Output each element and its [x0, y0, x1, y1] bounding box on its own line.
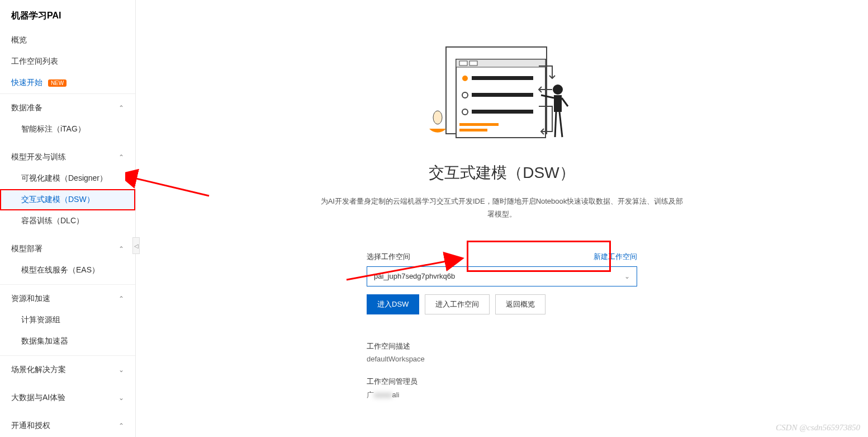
nav-sub-label: 容器训练（DLC） — [21, 216, 84, 225]
nav-sub-label: 交互式建模（DSW） — [21, 195, 94, 204]
enter-workspace-button[interactable]: 进入工作空间 — [425, 294, 490, 314]
nav-section-header-auth[interactable]: 开通和授权 ⌃ — [0, 415, 135, 436]
svg-line-17 — [555, 112, 556, 137]
nav-sub-label: 计算资源组 — [21, 315, 60, 324]
nav-section-header-model-dev[interactable]: 模型开发与训练 ⌃ — [0, 147, 135, 168]
sidebar: 机器学习PAI 概览 工作空间列表 快速开始 NEW 数据准备 ⌃ 智能标注（i… — [0, 0, 136, 437]
chevron-up-icon: ⌃ — [118, 295, 124, 303]
svg-rect-8 — [472, 93, 533, 97]
nav-section-data-prep: 数据准备 ⌃ 智能标注（iTAG） — [0, 93, 135, 143]
workspace-form: 选择工作空间 新建工作空间 pai_juph7sedg7phvrkq6b ⌄ 进… — [367, 252, 637, 413]
nav-section-label: 数据准备 — [11, 103, 42, 113]
workspace-admin-value: 广xxxxxali — [367, 390, 637, 400]
page-description: 为AI开发者量身定制的云端机器学习交互式开发IDE，随时随地开启Notebook… — [320, 195, 684, 221]
nav-section-label: 模型部署 — [11, 244, 42, 254]
nav-sub-label: 可视化建模（Designer） — [21, 173, 107, 182]
nav-workspace-list[interactable]: 工作空间列表 — [0, 51, 135, 72]
workspace-admin-block: 工作空间管理员 广xxxxxali — [367, 377, 637, 400]
nav-sub-label: 模型在线服务（EAS） — [21, 265, 99, 274]
workspace-desc-block: 工作空间描述 defaultWorkspace — [367, 341, 637, 363]
chevron-up-icon: ⌃ — [118, 422, 124, 430]
nav-section-label: 资源和加速 — [11, 294, 50, 304]
main-content: 交互式建模（DSW） 为AI开发者量身定制的云端机器学习交互式开发IDE，随时随… — [136, 0, 868, 437]
nav-item-dlc[interactable]: 容器训练（DLC） — [0, 210, 135, 232]
sidebar-title: 机器学习PAI — [0, 0, 135, 30]
svg-point-5 — [462, 76, 468, 81]
new-workspace-link[interactable]: 新建工作空间 — [594, 252, 637, 262]
nav-item-compute-resource[interactable]: 计算资源组 — [0, 309, 135, 331]
nav-overview[interactable]: 概览 — [0, 30, 135, 51]
chevron-up-icon: ⌃ — [118, 153, 124, 161]
nav-label: 快速开始 — [11, 78, 42, 87]
nav-section-label: 模型开发与训练 — [11, 152, 66, 162]
nav-section-model-deploy: 模型部署 ⌃ 模型在线服务（EAS） — [0, 235, 135, 284]
nav-section-label: 大数据与AI体验 — [11, 393, 65, 403]
workspace-desc-label: 工作空间描述 — [367, 341, 637, 351]
svg-rect-14 — [554, 95, 562, 112]
nav-section-label: 开通和授权 — [11, 421, 50, 431]
workspace-admin-label: 工作空间管理员 — [367, 377, 637, 387]
svg-point-13 — [553, 84, 563, 95]
enter-dsw-button[interactable]: 进入DSW — [367, 294, 419, 314]
nav-section-header-scenario[interactable]: 场景化解决方案 ⌄ — [0, 359, 135, 380]
nav-sub-label: 智能标注（iTAG） — [21, 124, 86, 133]
chevron-down-icon: ⌄ — [624, 272, 630, 280]
chevron-up-icon: ⌃ — [118, 245, 124, 253]
page-title: 交互式建模（DSW） — [429, 162, 575, 184]
nav-section-model-dev: 模型开发与训练 ⌃ 可视化建模（Designer） 交互式建模（DSW） 容器训… — [0, 143, 135, 235]
nav-sub-label: 数据集加速器 — [21, 336, 68, 345]
svg-rect-12 — [459, 129, 487, 131]
svg-rect-3 — [459, 61, 467, 65]
new-badge: NEW — [48, 79, 67, 87]
nav-section-header-model-deploy[interactable]: 模型部署 ⌃ — [0, 238, 135, 260]
nav-section-label: 场景化解决方案 — [11, 365, 66, 375]
svg-point-19 — [433, 111, 442, 124]
back-overview-button[interactable]: 返回概览 — [495, 294, 546, 314]
nav-item-eas[interactable]: 模型在线服务（EAS） — [0, 260, 135, 281]
nav-section-header-bigdata[interactable]: 大数据与AI体验 ⌄ — [0, 387, 135, 408]
nav-section-auth: 开通和授权 ⌃ 角色及权限列表 全部云产品依赖 — [0, 412, 135, 437]
illustration-dsw — [429, 39, 575, 145]
chevron-down-icon: ⌄ — [118, 394, 124, 402]
svg-line-18 — [559, 112, 562, 137]
nav-section-bigdata: 大数据与AI体验 ⌄ — [0, 384, 135, 412]
nav-label: 概览 — [11, 35, 27, 45]
workspace-select-label: 选择工作空间 — [367, 252, 410, 262]
svg-line-16 — [562, 98, 568, 106]
nav-quick-start[interactable]: 快速开始 NEW — [0, 72, 135, 93]
svg-rect-11 — [459, 123, 499, 126]
svg-rect-6 — [472, 76, 533, 80]
workspace-select[interactable]: pai_juph7sedg7phvrkq6b ⌄ — [367, 266, 637, 286]
svg-rect-10 — [472, 110, 533, 114]
nav-section-resource: 资源和加速 ⌃ 计算资源组 数据集加速器 — [0, 284, 135, 355]
action-buttons: 进入DSW 进入工作空间 返回概览 — [367, 294, 637, 314]
chevron-down-icon: ⌄ — [118, 366, 124, 374]
workspace-select-value: pai_juph7sedg7phvrkq6b — [374, 272, 455, 280]
nav-section-header-data-prep[interactable]: 数据准备 ⌃ — [0, 97, 135, 119]
nav-item-dsw[interactable]: 交互式建模（DSW） — [0, 189, 135, 210]
nav-item-designer[interactable]: 可视化建模（Designer） — [0, 168, 135, 189]
watermark: CSDN @csdn565973850 — [776, 423, 860, 433]
nav-section-scenario: 场景化解决方案 ⌄ — [0, 355, 135, 384]
nav-item-itag[interactable]: 智能标注（iTAG） — [0, 119, 135, 140]
workspace-desc-value: defaultWorkspace — [367, 355, 637, 363]
nav-item-dataset-accel[interactable]: 数据集加速器 — [0, 331, 135, 352]
nav-section-header-resource[interactable]: 资源和加速 ⌃ — [0, 288, 135, 309]
sidebar-collapse-handle[interactable]: ◁ — [132, 237, 140, 254]
chevron-up-icon: ⌃ — [118, 104, 124, 112]
nav-label: 工作空间列表 — [11, 57, 58, 67]
svg-rect-4 — [469, 61, 477, 65]
